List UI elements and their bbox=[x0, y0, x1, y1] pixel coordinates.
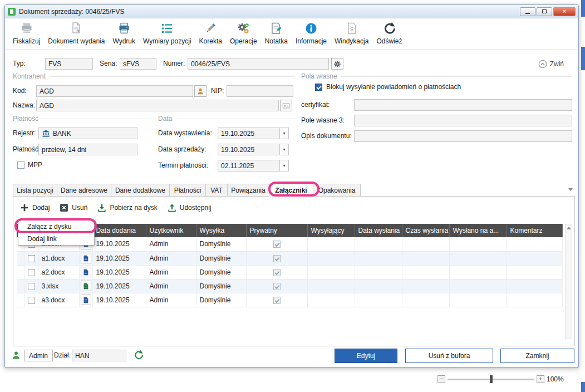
blokuj-powiadomienia-checkbox[interactable] bbox=[315, 84, 322, 91]
seria-field[interactable]: sFVS bbox=[120, 58, 156, 70]
attachment-row[interactable]: 3.xlsx 19.10.2025 Admin Domyślnie bbox=[17, 279, 562, 293]
col-data-wyslania[interactable]: Data wysłania bbox=[355, 224, 402, 237]
zoom-out-button[interactable]: − bbox=[437, 375, 445, 383]
nazwa-card-button[interactable] bbox=[280, 100, 292, 111]
tab-opakowania[interactable]: Opakowania bbox=[313, 184, 361, 196]
row-checkbox[interactable] bbox=[28, 269, 35, 276]
dropdown-arrow-icon[interactable]: ▾ bbox=[279, 160, 288, 171]
col-komentarz[interactable]: Komentarz bbox=[507, 224, 562, 237]
docx-file-icon bbox=[82, 255, 89, 262]
pole-wlasne-3-field[interactable] bbox=[354, 115, 572, 126]
dropdown-arrow-icon[interactable]: ▾ bbox=[279, 144, 288, 155]
col-prywatny[interactable]: Prywatny bbox=[246, 224, 307, 237]
status-refresh-icon[interactable] bbox=[133, 350, 144, 362]
toolbar-item-notatka[interactable]: Notatka bbox=[265, 21, 288, 45]
edytuj-button[interactable]: Edytuj bbox=[335, 349, 397, 363]
private-checkbox[interactable] bbox=[273, 255, 281, 262]
kontrahent-picker-button[interactable] bbox=[194, 85, 207, 97]
background-window-edge bbox=[581, 382, 585, 392]
attachment-row[interactable]: a1.docx 19.10.2025 Admin Domyślnie bbox=[17, 251, 562, 265]
collapse-icon bbox=[538, 60, 547, 68]
titlebar: Dokument sprzedaży: 0046/25/FVS × bbox=[5, 5, 578, 18]
usun-z-bufora-button[interactable]: Usuń z bufora bbox=[405, 349, 493, 363]
zoom-slider-handle[interactable] bbox=[490, 375, 493, 383]
user-button[interactable]: Admin bbox=[24, 350, 53, 361]
private-checkbox[interactable] bbox=[273, 283, 281, 290]
close-button[interactable]: × bbox=[553, 7, 576, 16]
private-checkbox[interactable] bbox=[273, 269, 281, 276]
typ-field[interactable]: FVS bbox=[45, 58, 93, 70]
tab-vat[interactable]: VAT bbox=[205, 184, 228, 196]
tab-powiazania[interactable]: Powiązania bbox=[227, 184, 269, 196]
tab-dane-adresowe[interactable]: Dane adresowe bbox=[57, 184, 111, 196]
scroll-up-icon[interactable] bbox=[567, 227, 571, 229]
tab-zalaczniki[interactable]: Załączniki bbox=[269, 184, 313, 197]
col-uzytkownik[interactable]: Użytkownik bbox=[146, 224, 196, 237]
tab-platnosci[interactable]: Płatności bbox=[169, 184, 206, 196]
mpp-checkbox[interactable] bbox=[17, 161, 24, 169]
toolbar-item-korekta[interactable]: Korekta bbox=[199, 21, 222, 45]
toolbar-item-operacje[interactable]: Operacje bbox=[230, 21, 257, 45]
maximize-button[interactable] bbox=[537, 7, 552, 16]
file-open-button[interactable] bbox=[81, 253, 91, 263]
minimize-button[interactable] bbox=[520, 7, 535, 16]
share-icon bbox=[168, 203, 176, 212]
tab-dane-dodatkowe[interactable]: Dane dodatkowe bbox=[111, 184, 170, 196]
attachment-row[interactable]: a2.docx 19.10.2025 Admin Domyślnie bbox=[17, 265, 562, 279]
numer-field[interactable]: 0046/25/FVS bbox=[188, 58, 329, 70]
data-sprzedazy-field[interactable]: 19.10.2025▾ bbox=[218, 144, 289, 155]
platnosc-field[interactable]: przelew, 14 dni bbox=[38, 144, 137, 155]
numer-settings-button[interactable] bbox=[331, 58, 343, 70]
pole-wlasne-3-label: Pole własne 3: bbox=[301, 115, 345, 126]
toolbar-item-windykacja[interactable]: $ Windykacja bbox=[335, 21, 368, 45]
dzial-field[interactable]: HAN bbox=[72, 350, 126, 361]
nip-field[interactable] bbox=[227, 85, 293, 97]
file-open-button[interactable] bbox=[81, 267, 91, 277]
attachment-row[interactable]: a.docx 19.10.2025 Admin Domyślnie bbox=[17, 237, 562, 251]
menu-item-zalacz-z-dysku[interactable]: Załącz z dysku bbox=[18, 220, 94, 233]
opis-dokumentu-label: Opis dokumentu: bbox=[301, 130, 352, 142]
plus-icon bbox=[20, 203, 29, 212]
nazwa-field[interactable]: AGD bbox=[36, 100, 279, 111]
col-data-dodania[interactable]: Data dodania bbox=[92, 224, 146, 237]
kod-field[interactable]: AGD bbox=[36, 85, 193, 97]
rejestr-field[interactable]: BANK bbox=[38, 128, 137, 139]
menu-item-dodaj-link[interactable]: Dodaj link bbox=[18, 233, 94, 245]
zamknij-button[interactable]: Zamknij bbox=[500, 349, 574, 363]
udostepnij-button[interactable]: Udostępnij bbox=[168, 203, 212, 212]
col-wysylajacy[interactable]: Wysyłający bbox=[307, 224, 355, 237]
file-open-button[interactable] bbox=[81, 295, 91, 305]
zoom-in-button[interactable]: + bbox=[537, 375, 544, 383]
collapse-link[interactable]: Zwiń bbox=[538, 58, 564, 70]
termin-platnosci-field[interactable]: 02.11.2025▾ bbox=[218, 160, 289, 171]
dodaj-button[interactable]: Dodaj bbox=[20, 203, 50, 212]
toolbar-item-fiskalizuj[interactable]: Fiskalizuj bbox=[13, 21, 40, 45]
col-wysylka[interactable]: Wysyłka bbox=[196, 224, 246, 237]
group-kontrahent: Kontrahent bbox=[13, 72, 294, 80]
nazwa-label: Nazwa: bbox=[13, 100, 35, 111]
row-checkbox[interactable] bbox=[28, 255, 35, 262]
toolbar-item-wymiary-pozycji[interactable]: Wymiary pozycji bbox=[143, 21, 191, 45]
private-checkbox[interactable] bbox=[273, 241, 281, 248]
row-checkbox[interactable] bbox=[28, 297, 35, 304]
tab-overflow-icon[interactable] bbox=[568, 188, 573, 191]
private-checkbox[interactable] bbox=[273, 297, 281, 304]
file-open-button[interactable] bbox=[81, 281, 91, 291]
pobierz-na-dysk-button[interactable]: Pobierz na dysk bbox=[97, 203, 157, 212]
toolbar-item-dokument-wydania[interactable]: Dokument wydania bbox=[48, 21, 105, 45]
row-checkbox[interactable] bbox=[28, 283, 35, 290]
certyfikat-field[interactable] bbox=[354, 99, 572, 111]
usun-button[interactable]: Usuń bbox=[60, 203, 87, 212]
opis-dokumentu-field[interactable] bbox=[354, 130, 572, 142]
toolbar-item-wydruk[interactable]: Wydruk bbox=[112, 21, 135, 45]
dropdown-arrow-icon[interactable]: ▾ bbox=[279, 128, 288, 139]
numer-label: Numer: bbox=[163, 58, 185, 70]
table-scrollbar[interactable] bbox=[565, 224, 572, 339]
col-czas-wyslania[interactable]: Czas wysłania bbox=[402, 224, 449, 237]
col-wyslano-na[interactable]: Wysłano na a... bbox=[449, 224, 507, 237]
tab-lista-pozycji[interactable]: Lista pozycji bbox=[13, 184, 57, 196]
data-wystawienia-field[interactable]: 19.10.2025▾ bbox=[218, 128, 289, 139]
toolbar-item-informacje[interactable]: Informacje bbox=[296, 21, 327, 45]
attachment-row[interactable]: a3.docx 19.10.2025 Admin Domyślnie bbox=[17, 293, 562, 307]
toolbar-item-odswiez[interactable]: Odśwież bbox=[376, 21, 402, 45]
